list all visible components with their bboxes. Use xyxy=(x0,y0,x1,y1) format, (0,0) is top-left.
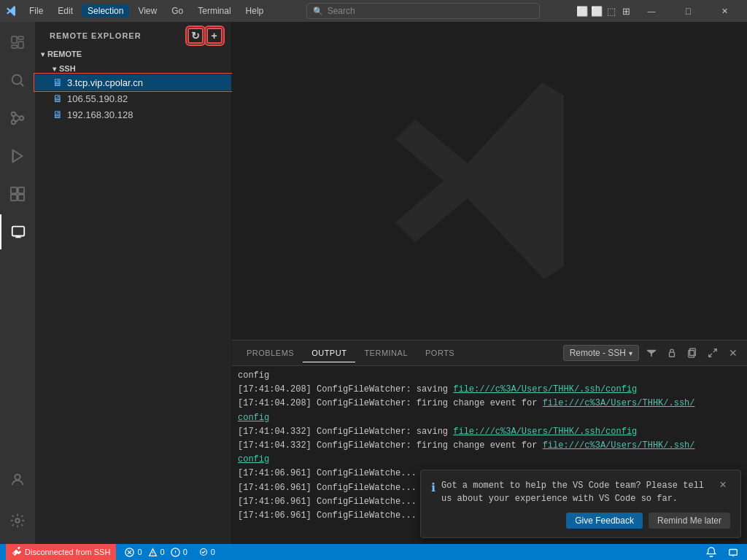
activity-item-settings[interactable] xyxy=(0,503,35,538)
log-line-2: [17:41:04.208] ConfigFileWatcher: firing… xyxy=(238,397,741,411)
minimize-button[interactable]: — xyxy=(635,0,668,22)
layout-icon4: ⊞ xyxy=(620,5,632,17)
activity-item-run[interactable] xyxy=(0,139,35,174)
menu-go[interactable]: Go xyxy=(166,4,189,18)
panel-actions: Remote - SSH ▾ xyxy=(563,345,741,361)
activity-item-search[interactable] xyxy=(0,63,35,98)
svg-rect-1 xyxy=(18,36,23,39)
close-button[interactable]: ✕ xyxy=(708,0,741,22)
svg-rect-17 xyxy=(18,195,24,201)
activity-item-accounts[interactable] xyxy=(0,462,35,497)
search-icon: 🔍 xyxy=(313,7,323,16)
tab-terminal[interactable]: TERMINAL xyxy=(355,344,417,362)
svg-line-11 xyxy=(15,120,19,122)
activity-bar xyxy=(0,22,35,544)
menu-help[interactable]: Help xyxy=(240,4,270,18)
ssh-host-item-1[interactable]: 🖥 3.tcp.vip.cpolar.cn xyxy=(35,74,231,90)
statusbar: Disconnected from SSH 0 0 0 xyxy=(0,544,747,560)
close-icon: ✕ xyxy=(729,347,738,359)
statusbar-right xyxy=(703,544,741,560)
log-link-2b[interactable]: config xyxy=(238,413,269,423)
tab-output[interactable]: OUTPUT xyxy=(303,344,355,362)
maximize-button[interactable]: ⎕ xyxy=(671,0,705,22)
warning-count: 0 xyxy=(160,548,165,556)
monitor-icon-2: 🖥 xyxy=(53,93,63,104)
log-link-4[interactable]: file:///c%3A/Users/THHK/.ssh/ xyxy=(543,440,695,451)
menu-selection[interactable]: Selection xyxy=(82,4,129,18)
errors-status[interactable]: 0 0 0 xyxy=(122,544,190,560)
remote-section-label: REMOTE xyxy=(47,50,82,58)
panel-filter-button[interactable] xyxy=(643,345,659,361)
notifications-status[interactable] xyxy=(703,544,719,560)
editor-area: PROBLEMS OUTPUT TERMINAL PORTS Remote - … xyxy=(232,22,747,544)
sidebar: Remote Explorer ↻ + ▾ REMOTE ▾ SSH 🖥 3.t… xyxy=(35,22,232,544)
search-box[interactable]: 🔍 Search xyxy=(306,3,540,19)
log-link-3[interactable]: file:///c%3A/Users/THHK/.ssh/config xyxy=(453,427,637,437)
activity-item-explorer[interactable] xyxy=(0,25,35,60)
tab-problems[interactable]: PROBLEMS xyxy=(238,344,303,362)
svg-point-21 xyxy=(15,475,20,480)
menu-edit[interactable]: Edit xyxy=(52,4,79,18)
error-count: 0 xyxy=(137,548,142,556)
remote-section-header[interactable]: ▾ REMOTE xyxy=(35,47,231,61)
svg-point-6 xyxy=(12,112,16,117)
search-area: 🔍 Search xyxy=(275,3,570,19)
connection-status-text: Disconnected from SSH xyxy=(25,548,110,556)
refresh-button[interactable]: ↻ xyxy=(187,28,204,44)
search-placeholder: Search xyxy=(328,6,355,16)
svg-point-8 xyxy=(20,116,24,120)
panel-lock-button[interactable] xyxy=(664,345,680,361)
feedback-notification: ℹ Got a moment to help the VS Code team?… xyxy=(420,470,741,538)
dropdown-value: Remote - SSH xyxy=(570,348,626,358)
sidebar-header: Remote Explorer ↻ + xyxy=(35,22,231,47)
notification-text: Got a moment to help the VS Code team? P… xyxy=(441,479,710,505)
menu-view[interactable]: View xyxy=(132,4,163,18)
log-link-4b[interactable]: config xyxy=(238,454,269,464)
panel-maximize-button[interactable] xyxy=(705,345,721,361)
activity-item-remote[interactable] xyxy=(0,214,35,249)
ssh-host-item-2[interactable]: 🖥 106.55.190.82 xyxy=(35,90,231,106)
activity-item-extensions[interactable] xyxy=(0,176,35,211)
tab-ports[interactable]: PORTS xyxy=(417,344,463,362)
svg-rect-2 xyxy=(18,42,23,48)
vscode-logo-icon xyxy=(6,5,18,17)
statusbar-left: Disconnected from SSH 0 0 0 xyxy=(6,544,218,560)
main-layout: Remote Explorer ↻ + ▾ REMOTE ▾ SSH 🖥 3.t… xyxy=(0,22,747,544)
log-line-1: [17:41:04.208] ConfigFileWatcher: saving… xyxy=(238,383,741,397)
ssh-host-item-3[interactable]: 🖥 192.168.30.128 xyxy=(35,106,231,122)
menu-bar: File Edit Selection View Go Terminal Hel… xyxy=(23,4,269,18)
panel-close-button[interactable]: ✕ xyxy=(725,345,741,361)
menu-terminal[interactable]: Terminal xyxy=(192,4,236,18)
chevron-down-icon-dropdown: ▾ xyxy=(629,349,632,357)
ssh-section-header[interactable]: ▾ SSH xyxy=(35,61,231,74)
monitor-icon: 🖥 xyxy=(53,77,63,88)
remind-later-button[interactable]: Remind Me later xyxy=(649,513,730,529)
panel-copy-button[interactable] xyxy=(684,345,700,361)
svg-line-10 xyxy=(15,114,19,117)
svg-point-35 xyxy=(175,553,176,554)
give-feedback-button[interactable]: Give Feedback xyxy=(566,513,643,529)
svg-rect-23 xyxy=(670,352,675,357)
connection-status[interactable]: Disconnected from SSH xyxy=(6,544,116,560)
broadcast-status[interactable] xyxy=(725,544,741,560)
new-connection-button[interactable]: + xyxy=(206,28,222,44)
notification-close-button[interactable]: × xyxy=(716,479,730,494)
log-link-2[interactable]: file:///c%3A/Users/THHK/.ssh/ xyxy=(543,398,695,408)
log-line-3: [17:41:04.332] ConfigFileWatcher: saving… xyxy=(238,425,741,439)
no-problems-status[interactable]: 0 xyxy=(196,544,218,560)
menu-file[interactable]: File xyxy=(23,4,49,18)
output-source-dropdown[interactable]: Remote - SSH ▾ xyxy=(563,345,639,361)
sidebar-header-actions: ↻ + xyxy=(187,28,222,44)
notification-buttons: Give Feedback Remind Me later xyxy=(431,513,730,529)
ssh-host-label-1: 3.tcp.vip.cpolar.cn xyxy=(67,77,143,88)
chevron-down-icon-ssh: ▾ xyxy=(53,65,56,73)
layout-icon3: ⬚ xyxy=(605,5,617,17)
panel-output-content[interactable]: config [17:41:04.208] ConfigFileWatcher:… xyxy=(232,366,747,544)
log-line-4: [17:41:04.332] ConfigFileWatcher: firing… xyxy=(238,439,741,453)
svg-rect-18 xyxy=(12,227,25,236)
log-link-1[interactable]: file:///c%3A/Users/THHK/.ssh/config xyxy=(453,384,637,394)
layout-icon2: ⬜ xyxy=(591,5,603,17)
monitor-icon-3: 🖥 xyxy=(53,109,63,120)
activity-item-source-control[interactable] xyxy=(0,101,35,136)
svg-point-7 xyxy=(12,120,16,125)
